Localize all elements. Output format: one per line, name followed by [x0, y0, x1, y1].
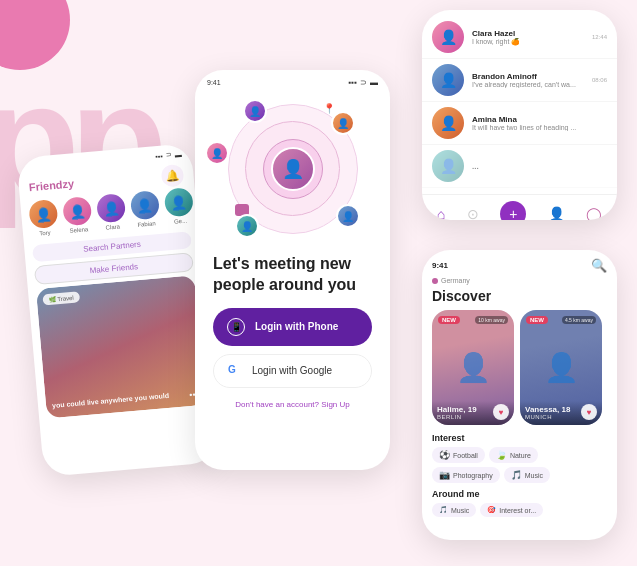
- msg-name: Amina Mina: [472, 115, 599, 124]
- heart-button-1[interactable]: ♥: [493, 404, 509, 420]
- football-icon: ⚽: [439, 450, 450, 460]
- phone-icon: 📱: [227, 318, 245, 336]
- interest-tag-nature[interactable]: 🍃 Nature: [489, 447, 538, 463]
- friend-avatar-fabian: 👤: [130, 190, 160, 220]
- radar-avatar-1: 👤: [243, 99, 267, 123]
- signup-link[interactable]: Sign Up: [321, 400, 349, 409]
- around-interest-icon: 🎯: [487, 506, 496, 514]
- msg-preview: It will have two lines of heading ...: [472, 124, 599, 131]
- friend-item[interactable]: 👤 Tory: [28, 199, 59, 237]
- friend-name-ge: Ge...: [174, 218, 187, 225]
- message-item[interactable]: 👤 ...: [422, 145, 617, 188]
- radar-avatar-5: 👤: [205, 141, 229, 165]
- music-icon: 🎵: [511, 470, 522, 480]
- location-dot-icon: [432, 278, 438, 284]
- msg-avatar-partial: 👤: [432, 150, 464, 182]
- center-phone: 9:41 ▪▪▪ ⊃ ▬ 👤 👤 👤 👤 👤 👤 📍 Let's meeting…: [195, 70, 390, 470]
- friend-avatar-clara: 👤: [96, 193, 126, 223]
- message-item[interactable]: 👤 Amina Mina It will have two lines of h…: [422, 102, 617, 145]
- login-google-label: Login with Google: [252, 365, 332, 376]
- music-label: Music: [525, 472, 543, 479]
- football-label: Football: [453, 452, 478, 459]
- interest-section: Interest ⚽ Football 🍃 Nature 📷 Photograp…: [422, 433, 617, 487]
- google-icon: G: [228, 364, 242, 378]
- interest-tags: ⚽ Football 🍃 Nature 📷 Photography 🎵 Musi…: [432, 447, 607, 483]
- radar-avatar-2: 👤: [331, 111, 355, 135]
- profile-card-vanessa[interactable]: 👤 NEW 4.5 km away Vanessa, 18 MUNICH ♥: [520, 310, 602, 425]
- msg-content-amina: Amina Mina It will have two lines of hea…: [472, 115, 599, 131]
- heading-line2: people around you: [213, 276, 356, 293]
- msg-avatar-amina: 👤: [432, 107, 464, 139]
- interest-tag-music[interactable]: 🎵 Music: [504, 467, 550, 483]
- nav-chat-icon[interactable]: ◯: [586, 206, 602, 220]
- new-badge-1: NEW: [438, 316, 460, 324]
- login-google-button[interactable]: G Login with Google: [213, 354, 372, 388]
- around-interest-label: Interest or...: [499, 507, 536, 514]
- around-music-label: Music: [451, 507, 469, 514]
- photography-label: Photography: [453, 472, 493, 479]
- friend-name-selena: Selena: [69, 226, 88, 234]
- msg-preview: I've already registered, can't wa...: [472, 81, 584, 88]
- nav-add-button[interactable]: +: [500, 201, 526, 220]
- msg-name: Brandon Aminoff: [472, 72, 584, 81]
- nav-profile-icon[interactable]: 👤: [548, 206, 565, 220]
- friend-item[interactable]: 👤 Ge...: [164, 187, 195, 225]
- battery-icon: ▬: [174, 150, 182, 158]
- msg-avatar-brandon: 👤: [432, 64, 464, 96]
- discover-title: Discover: [422, 286, 617, 310]
- friend-name-tory: Tory: [39, 230, 51, 237]
- discover-search-icon[interactable]: 🔍: [591, 258, 607, 273]
- signup-text: Don't have an account?: [235, 400, 319, 409]
- msg-time: 08:06: [592, 77, 607, 83]
- friend-avatar-ge: 👤: [164, 187, 194, 217]
- friend-name-clara: Clara: [105, 223, 120, 230]
- msg-content-brandon: Brandon Aminoff I've already registered,…: [472, 72, 584, 88]
- interest-tag-football[interactable]: ⚽ Football: [432, 447, 485, 463]
- friend-avatar-tory: 👤: [28, 199, 58, 229]
- center-status-bar: 9:41 ▪▪▪ ⊃ ▬: [195, 70, 390, 91]
- nav-search-icon[interactable]: ⊙: [467, 206, 479, 220]
- msg-avatar-clara: 👤: [432, 21, 464, 53]
- login-phone-label: Login with Phone: [255, 321, 338, 332]
- card-distance-2: 4.5 km away: [562, 316, 596, 324]
- around-tag-interest[interactable]: 🎯 Interest or...: [480, 503, 543, 517]
- card-distance-1: 10 km away: [475, 316, 508, 324]
- friend-item[interactable]: 👤 Fabian: [130, 190, 161, 228]
- radar-center-avatar: 👤: [271, 147, 315, 191]
- radar-avatar-3: 👤: [336, 204, 360, 228]
- profile-card-halime[interactable]: 👤 NEW 10 km away Halime, 19 BERLIN ♥: [432, 310, 514, 425]
- around-music-icon: 🎵: [439, 506, 448, 514]
- post-card: 🌿 Travel you could live anywhere you wou…: [36, 275, 206, 418]
- msg-content-partial: ...: [472, 162, 607, 171]
- new-badge-2: NEW: [526, 316, 548, 324]
- interest-tag-photography[interactable]: 📷 Photography: [432, 467, 500, 483]
- profile-cards-row: 👤 NEW 10 km away Halime, 19 BERLIN ♥ 👤 N…: [422, 310, 617, 433]
- discover-time: 9:41: [432, 261, 448, 270]
- friend-item[interactable]: 👤 Selena: [62, 196, 93, 234]
- friend-item[interactable]: 👤 Clara: [96, 193, 127, 231]
- msg-content-clara: Clara Hazel I know, right 🍊: [472, 29, 584, 46]
- message-list: 👤 Clara Hazel I know, right 🍊 12:44 👤 Br…: [422, 10, 617, 194]
- location-text: Germany: [441, 277, 470, 284]
- discover-phone: 9:41 🔍 Germany Discover 👤 NEW 10 km away…: [422, 250, 617, 540]
- around-tag-music[interactable]: 🎵 Music: [432, 503, 476, 517]
- location-pin-icon: 📍: [323, 103, 335, 114]
- messages-phone: 👤 Clara Hazel I know, right 🍊 12:44 👤 Br…: [422, 10, 617, 220]
- signup-prompt: Don't have an account? Sign Up: [195, 396, 390, 413]
- signal-icon: ▪▪▪: [155, 152, 163, 160]
- nav-home-icon[interactable]: ⌂: [437, 206, 445, 220]
- message-item[interactable]: 👤 Clara Hazel I know, right 🍊 12:44: [422, 16, 617, 59]
- center-main-heading: Let's meeting new people around you: [195, 246, 390, 308]
- login-phone-button[interactable]: 📱 Login with Phone: [213, 308, 372, 346]
- around-me-label: Around me: [422, 487, 617, 503]
- message-item[interactable]: 👤 Brandon Aminoff I've already registere…: [422, 59, 617, 102]
- msg-time: 12:44: [592, 34, 607, 40]
- center-time: 9:41: [207, 79, 221, 86]
- radar-area: 👤 👤 👤 👤 👤 👤 📍: [195, 91, 390, 246]
- friend-avatar-selena: 👤: [62, 196, 92, 226]
- heart-button-2[interactable]: ♥: [581, 404, 597, 420]
- photography-icon: 📷: [439, 470, 450, 480]
- radar-avatar-4: 👤: [235, 214, 259, 238]
- msg-preview: I know, right 🍊: [472, 38, 584, 46]
- location-label: Germany: [422, 277, 617, 286]
